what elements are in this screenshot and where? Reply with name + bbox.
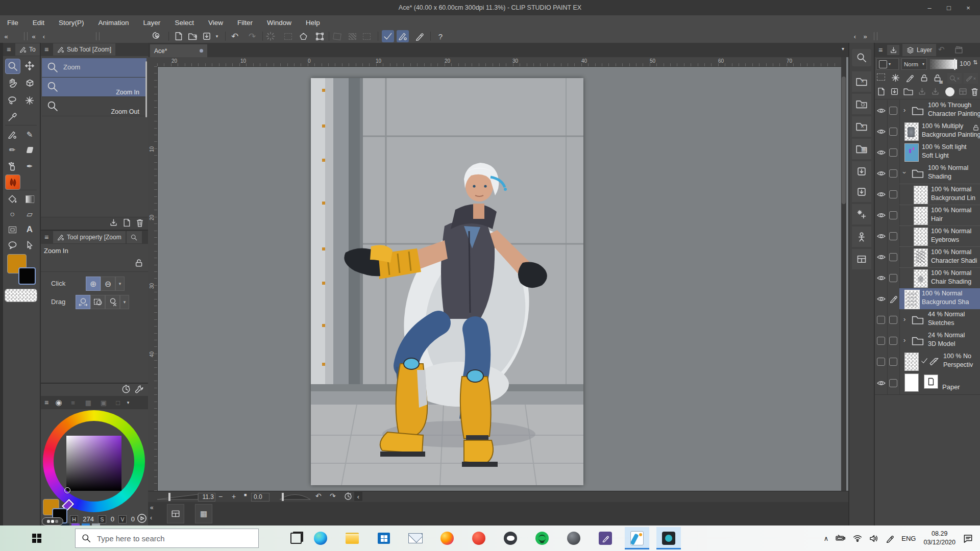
redo-icon[interactable] <box>246 30 258 42</box>
draw-on-layer-icon[interactable] <box>905 73 914 84</box>
reference-layer-icon[interactable] <box>891 73 900 84</box>
layer-checkbox[interactable] <box>887 309 900 330</box>
taskbar-app-edge[interactable] <box>308 527 333 549</box>
transfer-to-lower-icon[interactable] <box>918 87 926 97</box>
eyedropper-tool[interactable] <box>5 110 19 124</box>
taskbar-app-teal[interactable] <box>656 527 681 549</box>
save-icon[interactable] <box>201 30 213 42</box>
taskbar-search[interactable] <box>75 529 259 548</box>
layer-visibility-toggle-off[interactable] <box>875 330 888 351</box>
text-tool[interactable] <box>22 222 37 237</box>
layer-checkbox[interactable] <box>887 100 900 121</box>
tab-color-mix-icon[interactable] <box>96 399 111 407</box>
transform-frame-icon[interactable] <box>313 30 326 42</box>
layer-row-eyebrows[interactable]: 100 % Normal Eyebrows <box>875 226 980 247</box>
tool-panel-tab[interactable]: To <box>15 43 40 56</box>
taskbar-app-file-explorer[interactable] <box>340 527 364 549</box>
frame-border-tool[interactable] <box>5 222 19 237</box>
menu-layer[interactable]: Layer <box>136 19 168 27</box>
delete-layer-icon[interactable] <box>971 87 978 97</box>
expand-arrow-icon[interactable]: › <box>903 315 905 323</box>
zoom-out-click-button[interactable] <box>101 277 115 291</box>
right-toolbar-handle[interactable] <box>874 32 877 40</box>
hidden-icons-chevron[interactable] <box>820 525 832 551</box>
new-document-icon[interactable] <box>173 30 185 42</box>
rotation-slider[interactable] <box>280 494 310 500</box>
subtool-tab[interactable]: Sub Tool [Zoom] <box>53 43 115 56</box>
rotate-left-icon[interactable] <box>315 492 322 500</box>
taskbar-app-gray[interactable] <box>561 527 586 549</box>
move-tool[interactable] <box>22 59 37 73</box>
material-folder-monochrome-icon[interactable] <box>852 116 871 137</box>
lock-property-icon[interactable] <box>134 258 143 268</box>
document-tab[interactable]: Ace* <box>150 44 207 57</box>
drag-zoom-button[interactable] <box>76 295 90 309</box>
pen-tool[interactable] <box>5 128 19 142</box>
material-folder-effects-icon[interactable] <box>852 204 871 224</box>
menu-filter[interactable]: Filter <box>230 19 260 27</box>
zoom-slider[interactable] <box>157 494 198 500</box>
enable-mask-icon[interactable] <box>947 73 962 84</box>
material-folder-layout-icon[interactable] <box>852 249 871 269</box>
battery-icon[interactable] <box>832 525 849 551</box>
taskbar-app-purple-paint[interactable] <box>593 527 618 549</box>
drag-cancel-zoom-button[interactable] <box>105 295 120 309</box>
toolbar-handle[interactable] <box>24 32 28 40</box>
layer-row-character-painting[interactable]: › 100 % Through Character Painting <box>875 100 980 121</box>
lasso-tool[interactable] <box>5 93 19 108</box>
layer-thumbnail-setting[interactable] <box>876 58 899 70</box>
eraser-tool[interactable] <box>22 143 37 157</box>
blend-mode-dropdown[interactable]: Norm <box>901 58 927 70</box>
strip-collapse-icon[interactable] <box>150 504 154 511</box>
tab-color-set-icon[interactable] <box>81 399 96 407</box>
menu-file[interactable]: File <box>0 19 26 27</box>
clip-studio-open-icon[interactable] <box>150 30 162 42</box>
layer-editing-pencil-icon[interactable] <box>887 288 900 309</box>
crop-mark-icon[interactable] <box>331 30 343 42</box>
reset-rotation-icon[interactable] <box>344 492 352 502</box>
minimize-button[interactable] <box>921 1 938 14</box>
merge-to-lower-icon[interactable] <box>931 87 940 97</box>
layer-checkbox[interactable] <box>887 246 900 267</box>
search-input[interactable] <box>96 534 236 543</box>
help-icon[interactable] <box>434 30 447 42</box>
color-switch-capsule[interactable] <box>42 517 63 525</box>
tool-property-tab[interactable]: Tool property [Zoom <box>53 231 126 243</box>
collapse-arrow-icon[interactable]: › <box>901 171 909 173</box>
material-folder-color-pattern-icon[interactable] <box>852 71 871 92</box>
zoom-in-click-button[interactable] <box>86 277 101 291</box>
figure-tool[interactable] <box>5 207 19 221</box>
operate-3d-tool[interactable] <box>22 76 37 90</box>
material-folder-pattern-icon[interactable] <box>852 139 871 159</box>
layer-checkbox[interactable] <box>887 226 900 246</box>
snap-to-special-ruler-icon[interactable] <box>397 30 409 42</box>
taskbar-app-discord[interactable] <box>498 527 523 549</box>
color-tabs-dropdown-icon[interactable] <box>125 400 132 405</box>
gradient-tool[interactable] <box>22 192 37 206</box>
zoom-out-button[interactable]: − <box>218 492 223 500</box>
search-materials-icon[interactable] <box>852 49 871 66</box>
opacity-slider[interactable] <box>930 59 958 69</box>
layer-panel-menu-icon[interactable] <box>875 46 886 54</box>
direct-draw-tool[interactable] <box>22 207 37 221</box>
zoom-value[interactable]: 11.3 <box>198 493 215 502</box>
toolbar-handle-2[interactable] <box>96 32 100 40</box>
volume-icon[interactable] <box>866 525 882 551</box>
snap-to-grid-icon[interactable] <box>413 30 426 42</box>
layer-checkbox[interactable] <box>887 372 900 394</box>
balloon-tool[interactable] <box>5 238 19 252</box>
open-file-icon[interactable] <box>186 30 199 42</box>
wifi-icon[interactable] <box>849 525 866 551</box>
layer-visibility-toggle[interactable] <box>875 246 888 267</box>
hand-tool[interactable] <box>5 76 19 90</box>
taskbar-app-store[interactable] <box>372 527 396 549</box>
layer-checkbox[interactable] <box>887 330 900 351</box>
set-ruler-icon[interactable] <box>964 73 978 84</box>
layer-row-hair[interactable]: 100 % Normal Hair <box>875 205 980 226</box>
layer-history-icon[interactable] <box>938 45 945 54</box>
layer-checkbox[interactable] <box>887 205 900 226</box>
expand-arrow-icon[interactable]: › <box>903 336 905 344</box>
menu-animation[interactable]: Animation <box>91 19 136 27</box>
new-subtool-icon[interactable] <box>122 218 131 229</box>
pencil-tool[interactable] <box>5 143 19 157</box>
